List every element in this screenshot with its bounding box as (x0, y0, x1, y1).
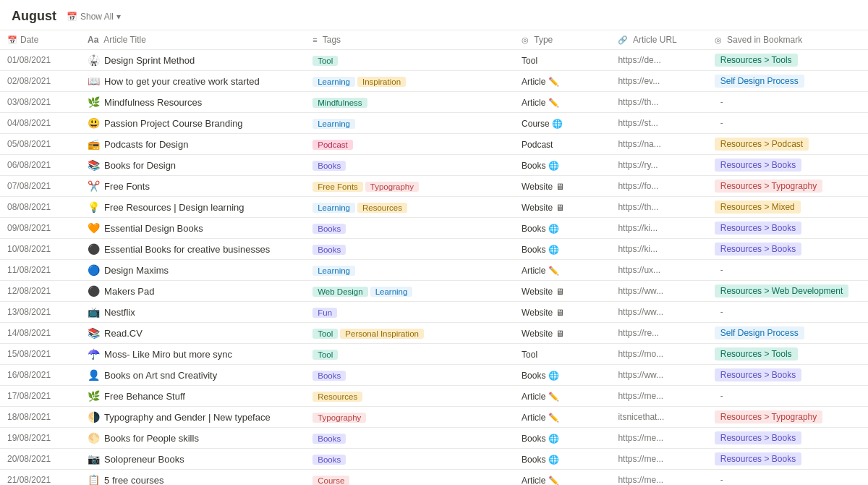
url-cell[interactable]: https://ki... (610, 218, 707, 239)
bookmark-badge: - (715, 263, 729, 277)
table-row: 01/08/2021🥋Design Sprint MethodToolToolh… (0, 50, 868, 71)
table-row: 03/08/2021🌿Mindfulness ResourcesMindfuln… (0, 92, 868, 113)
show-all-button[interactable]: 📅 Show All ▾ (62, 10, 125, 23)
title-emoji: 📚 (88, 327, 100, 339)
tag-badge: Books (312, 161, 346, 171)
url-cell[interactable]: https://me... (610, 470, 707, 486)
url-cell[interactable]: https://me... (610, 449, 707, 470)
data-table: 📅Date Aa Article Title ≡ Tags ◎ Type 🔗 A… (0, 30, 868, 485)
tag-badge: Learning (312, 119, 355, 129)
title-cell: 🧡Essential Design Books (80, 218, 305, 239)
table-row: 17/08/2021🌿Free Behance StuffResourcesAr… (0, 386, 868, 407)
url-cell[interactable]: https://re... (610, 323, 707, 344)
url-cell[interactable]: https://mo... (610, 344, 707, 365)
title-emoji: 👤 (88, 369, 100, 381)
bookmark-cell: Resources > Books (707, 365, 868, 386)
type-badge: Tool (522, 56, 537, 66)
tag-badge: Inspiration (357, 77, 406, 87)
type-badge: Article ✏️ (522, 98, 559, 108)
tag-badge: Tool (312, 329, 338, 339)
tags-cell: LearningInspiration (305, 71, 514, 92)
type-cell: Article ✏️ (514, 407, 610, 428)
url-cell[interactable]: https://th... (610, 92, 707, 113)
bookmark-cell: Self Design Process (707, 323, 868, 344)
title-text: Read.CV (104, 328, 142, 339)
title-emoji: 🌿 (88, 96, 100, 108)
url-cell[interactable]: https://ry... (610, 155, 707, 176)
url-cell[interactable]: https://me... (610, 428, 707, 449)
title-emoji: 📻 (88, 138, 100, 150)
tags-cell: Free FontsTypography (305, 176, 514, 197)
bookmark-badge: Resources > Podcast (715, 138, 809, 151)
type-cell: Website 🖥 (514, 302, 610, 323)
url-cell[interactable]: https://na... (610, 134, 707, 155)
title-text: Essential Books for creative businesses (104, 244, 270, 255)
title-cell: 📺Nestflix (80, 302, 305, 323)
bookmark-cell: - (707, 386, 868, 407)
title-cell: ✂️Free Fonts (80, 176, 305, 197)
tag-badge: Books (312, 455, 346, 465)
date-cell: 01/08/2021 (0, 50, 80, 71)
title-emoji: 🥋 (88, 54, 100, 66)
title-cell: 📚Books for Design (80, 155, 305, 176)
type-badge: Books 🌐 (522, 434, 559, 444)
url-cell[interactable]: https://fo... (610, 176, 707, 197)
bookmark-cell: Resources > Books (707, 218, 868, 239)
title-text: Free Fonts (104, 181, 150, 192)
url-cell[interactable]: https://ux... (610, 260, 707, 281)
type-cell: Article ✏️ (514, 71, 610, 92)
title-emoji: 📷 (88, 453, 100, 465)
url-cell[interactable]: https://ww... (610, 281, 707, 302)
type-cell: Podcast (514, 134, 610, 155)
title-emoji: 💡 (88, 201, 100, 213)
table-row: 12/08/2021⚫Makers PadWeb DesignLearningW… (0, 281, 868, 302)
title-cell: 🌿Free Behance Stuff (80, 386, 305, 407)
url-cell[interactable]: https://ev... (610, 71, 707, 92)
bookmark-badge: Resources > Books (715, 431, 801, 444)
url-cell[interactable]: https://de... (610, 50, 707, 71)
type-cell: Books 🌐 (514, 218, 610, 239)
date-cell: 08/08/2021 (0, 197, 80, 218)
bookmark-badge: Self Design Process (715, 326, 804, 340)
tags-cell: Learning (305, 113, 514, 134)
title-cell: ⚫Essential Books for creative businesses (80, 239, 305, 260)
url-cell[interactable]: https://ww... (610, 365, 707, 386)
bookmark-cell: - (707, 302, 868, 323)
title-text: Design Maxims (104, 265, 169, 276)
title-emoji: 🌿 (88, 390, 100, 402)
type-cell: Article ✏️ (514, 92, 610, 113)
url-cell[interactable]: itsnicethat... (610, 407, 707, 428)
title-text: Books for People skills (104, 433, 199, 444)
date-cell: 20/08/2021 (0, 449, 80, 470)
tag-badge: Learning (370, 287, 413, 297)
tags-cell: Learning (305, 260, 514, 281)
date-cell: 16/08/2021 (0, 365, 80, 386)
title-emoji: ✂️ (88, 180, 100, 192)
tag-badge: Learning (312, 77, 355, 87)
table-row: 07/08/2021✂️Free FontsFree FontsTypograp… (0, 176, 868, 197)
title-emoji: 🔵 (88, 264, 100, 276)
bookmark-badge: - (715, 96, 729, 109)
url-cell[interactable]: https://st... (610, 113, 707, 134)
url-cell[interactable]: https://th... (610, 197, 707, 218)
title-emoji: 📺 (88, 306, 100, 318)
title-text: Books on Art snd Creativity (104, 370, 217, 381)
col-date: 📅Date (0, 30, 80, 50)
bookmark-cell: Resources > Tools (707, 50, 868, 71)
title-text: Solopreneur Books (104, 454, 184, 465)
bookmark-badge: Resources > Books (715, 452, 801, 465)
type-badge: Course 🌐 (522, 119, 563, 129)
url-cell[interactable]: https://ki... (610, 239, 707, 260)
tag-badge: Free Fonts (312, 182, 363, 192)
table-row: 05/08/2021📻Podcasts for DesignPodcastPod… (0, 134, 868, 155)
url-cell[interactable]: https://ww... (610, 302, 707, 323)
date-cell: 06/08/2021 (0, 155, 80, 176)
bookmark-badge: Resources > Books (715, 159, 801, 172)
type-cell: Article ✏️ (514, 470, 610, 486)
url-cell[interactable]: https://me... (610, 386, 707, 407)
chevron-down-icon: ▾ (116, 12, 121, 22)
type-badge: Tool (522, 350, 537, 360)
type-cell: Website 🖥 (514, 197, 610, 218)
tag-badge: Resources (357, 203, 407, 213)
table-row: 16/08/2021👤Books on Art snd CreativityBo… (0, 365, 868, 386)
